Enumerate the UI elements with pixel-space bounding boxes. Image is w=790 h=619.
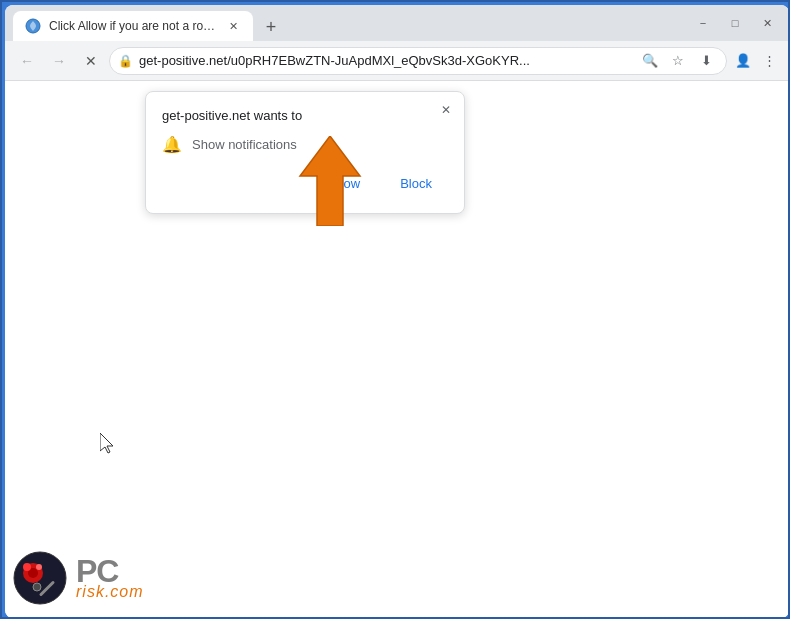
pcrisk-text: PC risk.com <box>76 555 144 601</box>
browser-window: Click Allow if you are not a robot ✕ + −… <box>5 5 789 618</box>
svg-point-7 <box>36 564 42 570</box>
svg-point-9 <box>33 583 41 591</box>
svg-marker-2 <box>100 433 113 453</box>
pcrisk-risk-text: risk.com <box>76 583 144 601</box>
lock-icon: 🔒 <box>118 54 133 68</box>
svg-point-6 <box>23 563 31 571</box>
tab-title: Click Allow if you are not a robot <box>49 19 217 33</box>
popup-buttons: Allow Block <box>162 170 448 197</box>
address-bar[interactable]: 🔒 get-positive.net/u0pRH7EBwZTN-JuApdMXl… <box>109 47 727 75</box>
pcrisk-icon <box>13 551 68 606</box>
window-controls: − □ ✕ <box>689 12 781 34</box>
title-bar: Click Allow if you are not a robot ✕ + −… <box>5 5 789 41</box>
profile-button[interactable]: 👤 <box>731 49 755 73</box>
popup-title: get-positive.net wants to <box>162 108 448 123</box>
search-icon[interactable]: 🔍 <box>638 49 662 73</box>
close-button[interactable]: ✕ <box>753 12 781 34</box>
popup-close-button[interactable]: ✕ <box>436 100 456 120</box>
download-icon[interactable]: ⬇ <box>694 49 718 73</box>
menu-button[interactable]: ⋮ <box>757 49 781 73</box>
new-tab-button[interactable]: + <box>257 13 285 41</box>
reload-button[interactable]: ✕ <box>77 47 105 75</box>
navigation-bar: ← → ✕ 🔒 get-positive.net/u0pRH7EBwZTN-Ju… <box>5 41 789 81</box>
maximize-button[interactable]: □ <box>721 12 749 34</box>
url-text: get-positive.net/u0pRH7EBwZTN-JuApdMXl_e… <box>139 53 632 68</box>
address-bar-icons: 🔍 ☆ ⬇ <box>638 49 718 73</box>
minimize-button[interactable]: − <box>689 12 717 34</box>
bell-icon: 🔔 <box>162 135 182 154</box>
block-button[interactable]: Block <box>384 170 448 197</box>
tab-area: Click Allow if you are not a robot ✕ + <box>13 5 681 41</box>
nav-right-controls: 👤 ⋮ <box>731 49 781 73</box>
active-tab[interactable]: Click Allow if you are not a robot ✕ <box>13 11 253 41</box>
bookmark-icon[interactable]: ☆ <box>666 49 690 73</box>
popup-permission: 🔔 Show notifications <box>162 135 448 154</box>
notification-popup: ✕ get-positive.net wants to 🔔 Show notif… <box>145 91 465 214</box>
permission-text: Show notifications <box>192 137 297 152</box>
allow-button[interactable]: Allow <box>313 170 376 197</box>
back-button[interactable]: ← <box>13 47 41 75</box>
page-content: ✕ get-positive.net wants to 🔔 Show notif… <box>5 81 789 618</box>
forward-button[interactable]: → <box>45 47 73 75</box>
pcrisk-logo: PC risk.com <box>5 538 205 618</box>
tab-favicon <box>25 18 41 34</box>
tab-close-button[interactable]: ✕ <box>225 18 241 34</box>
mouse-cursor <box>100 433 118 460</box>
